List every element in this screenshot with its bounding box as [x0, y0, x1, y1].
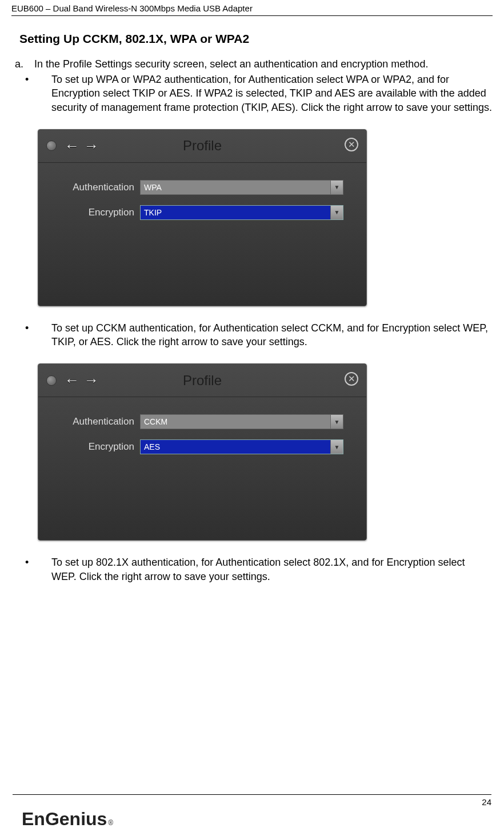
bullet-8021x: To set up 802.1X authentication, for Aut…: [11, 555, 493, 583]
bullet-dot: [25, 555, 51, 583]
list-item-a: a. In the Profile Settings security scre…: [11, 58, 493, 70]
enc-value: TKIP: [144, 208, 162, 217]
auth-label: Authentication: [55, 416, 140, 427]
auth-value: CCKM: [144, 417, 167, 426]
close-icon[interactable]: ✕: [345, 372, 358, 386]
document-header: EUB600 – Dual Band Wireless-N 300Mbps Me…: [11, 0, 493, 16]
record-icon[interactable]: [46, 141, 57, 151]
titlebar: ← → Profile ✕: [38, 130, 366, 163]
logo-part2: Genius: [45, 809, 107, 830]
forward-arrow-icon[interactable]: →: [84, 137, 99, 155]
enc-row: Encryption AES ▼: [55, 439, 343, 454]
bullet-text: To set up 802.1X authentication, for Aut…: [51, 555, 493, 583]
logo-reg: ®: [108, 819, 113, 827]
form-area: Authentication CCKM ▼ Encryption AES ▼: [38, 397, 366, 454]
chevron-down-icon[interactable]: ▼: [330, 415, 343, 429]
form-area: Authentication WPA ▼ Encryption TKIP ▼: [38, 163, 366, 220]
close-icon[interactable]: ✕: [345, 138, 358, 151]
auth-value: WPA: [144, 183, 162, 192]
page-number: 24: [13, 794, 491, 807]
enc-value: AES: [144, 442, 160, 451]
list-text-a: In the Profile Settings security screen,…: [34, 58, 493, 70]
enc-row: Encryption TKIP ▼: [55, 205, 343, 220]
enc-label: Encryption: [55, 441, 140, 453]
bullet-dot: [25, 321, 51, 349]
enc-dropdown[interactable]: TKIP ▼: [140, 205, 343, 220]
auth-row: Authentication CCKM ▼: [55, 414, 343, 429]
auth-label: Authentication: [55, 182, 140, 193]
logo-part1: En: [22, 809, 45, 830]
engenius-logo: EnGenius®: [22, 809, 113, 830]
record-icon[interactable]: [46, 375, 57, 386]
auth-dropdown[interactable]: WPA ▼: [140, 180, 343, 195]
titlebar: ← → Profile ✕: [38, 364, 366, 397]
content-area: a. In the Profile Settings security scre…: [11, 58, 493, 583]
bullet-text: To set up WPA or WPA2 authentication, fo…: [51, 73, 493, 114]
bullet-wpa: To set up WPA or WPA2 authentication, fo…: [11, 73, 493, 114]
list-marker-a: a.: [15, 58, 34, 70]
chevron-down-icon[interactable]: ▼: [330, 181, 343, 194]
enc-label: Encryption: [55, 207, 140, 218]
bullet-dot: [25, 73, 51, 114]
enc-dropdown[interactable]: AES ▼: [140, 439, 343, 454]
forward-arrow-icon[interactable]: →: [84, 371, 99, 389]
chevron-down-icon[interactable]: ▼: [330, 440, 343, 454]
chevron-down-icon[interactable]: ▼: [330, 206, 343, 219]
auth-dropdown[interactable]: CCKM ▼: [140, 414, 343, 429]
back-arrow-icon[interactable]: ←: [65, 371, 79, 389]
back-arrow-icon[interactable]: ←: [65, 137, 79, 155]
auth-row: Authentication WPA ▼: [55, 180, 343, 195]
profile-screenshot-cckm: ← → Profile ✕ Authentication CCKM ▼ Encr…: [38, 363, 367, 541]
bullet-cckm: To set up CCKM authentication, for Authe…: [11, 321, 493, 349]
profile-screenshot-wpa: ← → Profile ✕ Authentication WPA ▼ Encry…: [38, 129, 367, 306]
bullet-text: To set up CCKM authentication, for Authe…: [51, 321, 493, 349]
section-title: Setting Up CCKM, 802.1X, WPA or WPA2: [19, 32, 493, 46]
